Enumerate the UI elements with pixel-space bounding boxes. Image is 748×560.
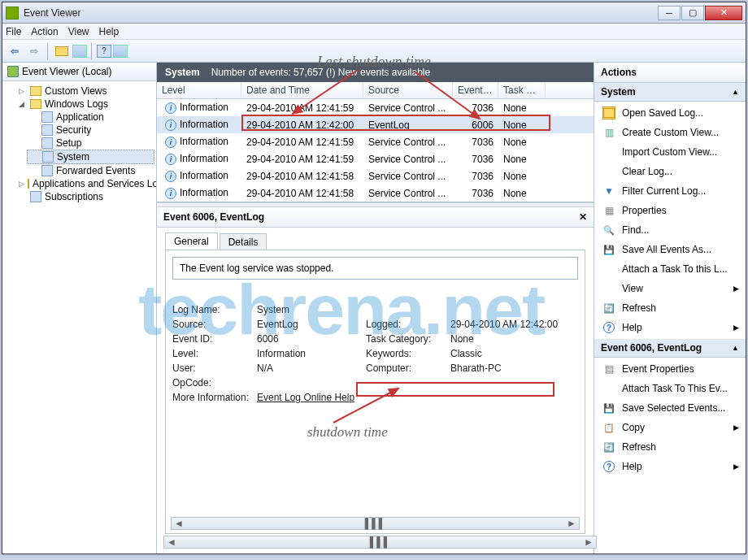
log-icon xyxy=(41,165,53,176)
action-item[interactable]: Event Properties xyxy=(594,359,746,379)
tree-custom-views[interactable]: ▷Custom Views xyxy=(15,85,154,98)
action-item[interactable]: Open Saved Log... xyxy=(594,103,746,123)
keywords-value: Classic xyxy=(450,348,572,359)
folder-icon xyxy=(30,99,41,109)
action-item[interactable]: Create Custom View... xyxy=(594,123,746,142)
tree-security[interactable]: Security xyxy=(27,124,154,137)
actions-section-event[interactable]: Event 6006, EventLog▲ xyxy=(594,339,746,358)
action-item[interactable]: Refresh xyxy=(594,298,746,318)
open-button[interactable] xyxy=(53,42,71,60)
taskcat-value: None xyxy=(450,333,572,345)
views-button[interactable] xyxy=(72,45,87,58)
info-icon: i xyxy=(165,188,176,199)
col-level[interactable]: Level xyxy=(157,82,241,98)
event-row[interactable]: iInformation29-04-2010 AM 12:41:58Servic… xyxy=(157,184,594,202)
menu-view[interactable]: View xyxy=(68,26,89,37)
actions-pane: Actions System▲ Open Saved Log...Create … xyxy=(594,63,746,553)
folder-icon xyxy=(28,179,29,189)
info-icon: i xyxy=(165,119,176,131)
help-button[interactable]: ? xyxy=(97,45,111,58)
chevron-right-icon: ▶ xyxy=(733,462,739,471)
action-item[interactable]: Properties xyxy=(594,201,746,220)
titlebar[interactable]: Event Viewer ─ ▢ ✕ xyxy=(2,2,746,24)
user-value: N/A xyxy=(257,362,363,374)
log-icon xyxy=(41,111,53,123)
panel-button[interactable] xyxy=(113,45,128,58)
tab-details[interactable]: Details xyxy=(220,233,267,250)
event-row[interactable]: iInformation29-04-2010 AM 12:41:59Servic… xyxy=(157,99,594,116)
event-viewer-icon xyxy=(7,66,19,77)
toolbar: ? xyxy=(2,40,746,63)
level-label: Level: xyxy=(172,348,254,359)
log-icon xyxy=(42,151,54,163)
action-item[interactable]: Save Selected Events... xyxy=(594,398,746,418)
tree-setup[interactable]: Setup xyxy=(27,137,154,150)
center-hscroll[interactable]: ◄▌▌▌► xyxy=(163,536,597,549)
event-row[interactable]: iInformation29-04-2010 AM 12:41:58Servic… xyxy=(157,167,594,184)
close-detail-button[interactable]: ✕ xyxy=(579,211,587,223)
chevron-right-icon: ▶ xyxy=(733,423,739,432)
event-row[interactable]: iInformation29-04-2010 AM 12:41:59Servic… xyxy=(157,133,594,150)
action-icon xyxy=(602,460,615,473)
eventid-label: Event ID: xyxy=(172,333,254,345)
event-row[interactable]: iInformation29-04-2010 AM 12:42:00EventL… xyxy=(157,116,594,133)
action-item[interactable]: Copy▶ xyxy=(594,418,746,437)
action-icon xyxy=(602,302,615,315)
tree-subscriptions[interactable]: Subscriptions xyxy=(15,190,154,203)
log-header: System Number of events: 57,657 (!) New … xyxy=(157,63,594,82)
action-icon xyxy=(602,362,615,376)
back-button[interactable] xyxy=(6,42,24,60)
info-icon: i xyxy=(165,171,176,182)
col-eventid[interactable]: Event ID xyxy=(453,82,498,98)
action-item[interactable]: Attach Task To This Ev... xyxy=(594,379,746,398)
taskcat-label: Task Category: xyxy=(366,333,447,345)
tab-general[interactable]: General xyxy=(165,232,218,250)
computer-value: Bharath-PC xyxy=(450,362,572,374)
action-item[interactable]: Help▶ xyxy=(594,457,746,476)
moreinfo-link[interactable]: Event Log Online Help xyxy=(257,392,363,403)
minimize-button[interactable]: ─ xyxy=(658,6,681,20)
info-icon: i xyxy=(165,154,176,165)
action-item[interactable]: Refresh xyxy=(594,437,746,457)
action-item[interactable]: Save All Events As... xyxy=(594,240,746,259)
actions-section-system[interactable]: System▲ xyxy=(594,83,746,102)
action-item[interactable]: Filter Current Log... xyxy=(594,181,746,201)
col-datetime[interactable]: Date and Time xyxy=(241,82,363,98)
source-value: EventLog xyxy=(257,319,363,330)
app-icon xyxy=(6,7,19,20)
close-button[interactable]: ✕ xyxy=(705,6,742,20)
col-taskcat[interactable]: Task C... xyxy=(498,82,546,98)
menu-help[interactable]: Help xyxy=(99,26,120,37)
computer-label: Computer: xyxy=(366,362,447,374)
action-icon xyxy=(602,321,615,334)
info-icon: i xyxy=(165,102,176,114)
action-item[interactable]: Import Custom View... xyxy=(594,142,746,162)
action-item[interactable]: Find... xyxy=(594,220,746,240)
navigation-pane: Event Viewer (Local) ▷Custom Views ◢Wind… xyxy=(2,63,157,553)
action-item[interactable]: Clear Log... xyxy=(594,162,746,181)
moreinfo-label: More Information: xyxy=(172,392,254,403)
folder-icon xyxy=(30,86,41,96)
tree-forwarded[interactable]: Forwarded Events xyxy=(27,164,154,177)
tree-application[interactable]: Application xyxy=(27,111,154,124)
action-item[interactable]: Attach a Task To this L... xyxy=(594,259,746,279)
nav-root-label: Event Viewer (Local) xyxy=(22,66,112,77)
detail-hscroll[interactable]: ◄▌▌▌► xyxy=(171,517,580,530)
window-title: Event Viewer xyxy=(24,7,658,19)
tree-app-services[interactable]: ▷Applications and Services Lo xyxy=(15,177,154,190)
event-row[interactable]: iInformation29-04-2010 AM 12:41:59Servic… xyxy=(157,150,594,167)
tree-system[interactable]: System xyxy=(27,150,154,164)
tree-windows-logs[interactable]: ◢Windows Logs xyxy=(15,98,154,111)
nav-root[interactable]: Event Viewer (Local) xyxy=(2,63,156,81)
menu-action[interactable]: Action xyxy=(31,26,58,37)
action-icon xyxy=(602,106,615,119)
menu-file[interactable]: File xyxy=(6,26,21,37)
col-source[interactable]: Source xyxy=(363,82,453,98)
action-item[interactable]: View▶ xyxy=(594,279,746,298)
detail-title: Event 6006, EventLog xyxy=(163,211,264,223)
maximize-button[interactable]: ▢ xyxy=(681,6,704,20)
action-item[interactable]: Help▶ xyxy=(594,318,746,337)
forward-button[interactable] xyxy=(25,42,43,60)
action-icon xyxy=(602,224,615,237)
action-icon xyxy=(602,184,615,198)
